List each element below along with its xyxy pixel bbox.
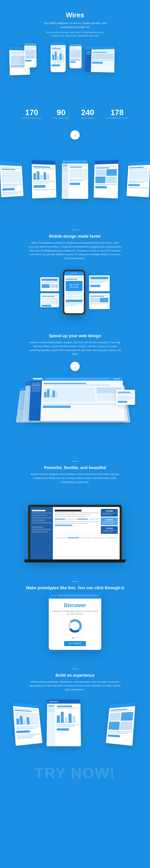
prototype-device: Discover Example of an in-app page, poli… (49, 593, 101, 650)
web-stack (4, 375, 146, 442)
proto-cta-button[interactable]: GET STARTED (64, 641, 86, 646)
proto-dot-2 (77, 637, 78, 638)
stats-section: 170 Mobile Templates 90 Web Templates 24… (0, 101, 150, 127)
proto-discover-title: Discover (52, 602, 98, 608)
web-section-title: Speed up your web design (4, 334, 146, 338)
proto-discover-text: Example of an in-app page, polished and … (52, 610, 98, 615)
powerful-title: Powerful, flexible, and beautiful (4, 465, 146, 470)
stat-icons: 178 Customizable Icons (106, 108, 128, 119)
stat-components: 240 Components (81, 108, 95, 119)
proto-nav-dot-1 (52, 595, 53, 596)
powerful-desc: Built for creative designers and publish… (28, 472, 122, 484)
proto-pagination (52, 637, 98, 638)
proto-header (49, 593, 101, 598)
web-section-desc: Need to create multiple pages, designs, … (28, 341, 122, 356)
proto-dot-active (72, 637, 73, 638)
powerful-section: Powerful, flexible, and beautiful Built … (0, 450, 150, 497)
build-divider (71, 669, 79, 669)
iso-showcase-1 (0, 144, 150, 215)
hero-title: Wires (4, 11, 146, 19)
stat-label-icons: Customizable Icons (106, 117, 128, 119)
laptop-frame: $ 19.99 $ 29.99 $ 49.99 (28, 505, 122, 559)
prototype-section: Make prototypes like this. You can click… (0, 570, 150, 657)
laptop-screen: $ 19.99 $ 29.99 $ 49.99 (30, 507, 120, 559)
hero-devices (4, 41, 146, 90)
laptop-main-content: $ 19.99 $ 29.99 $ 49.99 (53, 507, 120, 559)
stat-number-web: 90 (53, 108, 69, 117)
stat-label-web: Web Templates (53, 117, 69, 119)
proto-body: Discover Example of an in-app page, poli… (49, 598, 101, 650)
mobile-section-title: Mobile design made faster (4, 234, 146, 239)
laptop-sidebar (30, 507, 53, 559)
prototype-divider (71, 581, 79, 582)
mobile-section: Mobile design made faster With 170 templ… (0, 218, 150, 326)
stat-label-components: Components (81, 117, 95, 119)
web-section: Speed up your web design Need to create … (0, 326, 150, 450)
build-section: Build an experience While building wiref… (0, 657, 150, 761)
proto-nav-dot-2 (54, 595, 56, 596)
download-icon: ↓ (74, 133, 76, 137)
proto-url-bar (57, 595, 98, 596)
phone-mockup-area: Sign up withyour email (4, 266, 146, 318)
stat-number-icons: 178 (106, 108, 128, 117)
hero-section: Wires Two FREE wireframe UX kits for mob… (0, 0, 150, 101)
download-circle-btn[interactable]: ↓ (70, 130, 80, 140)
stat-number-components: 240 (81, 108, 95, 117)
build-section-title: Build an experience (4, 673, 146, 678)
web-circle-btn[interactable]: ↓ (70, 362, 80, 371)
mobile-section-desc: With 170 templates covering UI categorie… (28, 241, 122, 260)
stat-label-mobile: Mobile Templates (22, 117, 41, 119)
hero-subtitle: Two FREE wireframe UX kits for mobile an… (43, 21, 107, 29)
circle-arrow-icon: ↓ (74, 364, 76, 369)
hero-subtext: Go from idea to design faster with a com… (43, 31, 107, 37)
proto-dot-1 (74, 637, 76, 638)
bottom-cta-text: TRY NOW! (0, 761, 150, 786)
stat-number-mobile: 170 (22, 108, 41, 117)
build-section-desc: While building wireframes, illustrations… (28, 680, 122, 692)
prototype-title: Make prototypes like this. You can click… (4, 586, 146, 590)
mobile-divider (71, 229, 79, 230)
proto-pie-chart (67, 618, 83, 633)
stat-web-templates: 90 Web Templates (53, 108, 69, 119)
laptop-section: $ 19.99 $ 29.99 $ 49.99 (0, 497, 150, 570)
laptop-base (24, 559, 126, 562)
tilted-mockups (4, 697, 146, 753)
stat-mobile-templates: 170 Mobile Templates (22, 108, 41, 119)
powerful-divider (71, 461, 79, 462)
